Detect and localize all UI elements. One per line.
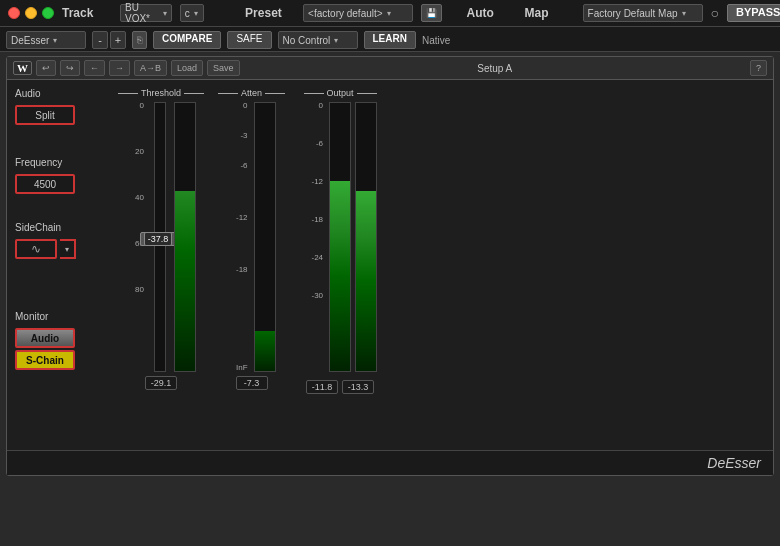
output-group: Output 0 -6 -12 -18 -24 -30	[303, 88, 377, 442]
plus-button[interactable]: +	[110, 31, 126, 49]
monitor-schain-button[interactable]: S-Chain	[15, 350, 75, 370]
forward-button[interactable]: →	[109, 60, 130, 76]
threshold-value-label: -37.8	[144, 232, 173, 246]
atten-scale-inf: InF	[230, 364, 248, 372]
undo-button[interactable]: ↩	[36, 60, 56, 76]
channel-value: c	[185, 8, 190, 19]
output-meter-left	[329, 102, 351, 372]
scale-0: 0	[128, 102, 144, 110]
no-control-dropdown[interactable]: No Control ▾	[278, 31, 358, 49]
map-label: Map	[525, 6, 575, 20]
atten-label: Atten	[218, 88, 285, 98]
atten-scale-0: 0	[230, 102, 248, 110]
factory-map-arrow-icon: ▾	[682, 9, 686, 18]
top-controls-row: DeEsser ▾ - + ⎘ COMPARE SAFE No Control …	[6, 31, 774, 49]
maximize-button[interactable]	[42, 7, 54, 19]
save-button[interactable]: Save	[207, 60, 240, 76]
plugin-name-arrow-icon: ▾	[53, 36, 57, 45]
track-label: Track	[62, 6, 112, 20]
minimize-button[interactable]	[25, 7, 37, 19]
top-row1: Track BU VOX* ▾ c ▾ Preset <factory defa…	[62, 4, 780, 22]
sidechain-section: SideChain ∿ ▾	[15, 222, 110, 259]
frequency-label: Frequency	[15, 157, 62, 168]
copy-icon-btn[interactable]: ⎘	[132, 31, 147, 49]
plugin-name-dropdown[interactable]: DeEsser ▾	[6, 31, 86, 49]
native-label: Native	[422, 35, 450, 46]
save-icon: 💾	[426, 8, 437, 18]
sidechain-curve-button[interactable]: ∿	[15, 239, 57, 259]
scale-20: 20	[128, 148, 144, 156]
close-button[interactable]	[8, 7, 20, 19]
plugin-window: W ↩ ↪ ← → A→B Load Save Setup A ? Audio …	[6, 56, 774, 476]
monitor-audio-button[interactable]: Audio	[15, 328, 75, 348]
compare-button[interactable]: COMPARE	[153, 31, 221, 49]
output-label: Output	[304, 88, 377, 98]
threshold-slider[interactable]: -37.8	[140, 232, 176, 246]
footer-plugin-name: DeEsser	[707, 455, 761, 471]
atten-scale-6: -6	[230, 162, 248, 170]
threshold-readout: -29.1	[145, 376, 177, 390]
safe-button[interactable]: SAFE	[227, 31, 271, 49]
atten-scale: 0 -3 -6 -12 -18 InF	[228, 102, 250, 372]
sidechain-arrow-button[interactable]: ▾	[60, 239, 76, 259]
ab-button[interactable]: A→B	[134, 60, 167, 76]
no-control-value: No Control	[283, 35, 331, 46]
atten-meter	[254, 102, 276, 372]
window-controls	[8, 7, 54, 19]
track-value: BU VOX*	[125, 2, 159, 24]
monitor-buttons: Audio S-Chain	[15, 328, 75, 370]
output-scale-0: 0	[305, 102, 323, 110]
output-readout-right: -13.3	[342, 380, 374, 394]
auto-circle-icon: ○	[711, 5, 719, 21]
minus-button[interactable]: -	[92, 31, 108, 49]
atten-scale-3: -3	[230, 132, 248, 140]
output-scale-12: -12	[305, 178, 323, 186]
output-scale-24: -24	[305, 254, 323, 262]
output-meter-right	[355, 102, 377, 372]
load-button[interactable]: Load	[171, 60, 203, 76]
frequency-value[interactable]: 4500	[15, 174, 75, 194]
atten-readout: -7.3	[236, 376, 268, 390]
threshold-label: Threshold	[118, 88, 204, 98]
threshold-slider-wrapper: -37.8	[150, 102, 170, 372]
split-button[interactable]: Split	[15, 105, 75, 125]
scale-80: 80	[128, 286, 144, 294]
no-control-arrow-icon: ▾	[334, 36, 338, 45]
help-button[interactable]: ?	[750, 60, 767, 76]
output-scale-30: -30	[305, 292, 323, 300]
waves-logo: W	[13, 61, 32, 75]
redo-button[interactable]: ↪	[60, 60, 80, 76]
threshold-container: 0 20 40 60 80 -37.8	[126, 102, 196, 372]
threshold-group: Threshold 0 20 40 60 80	[118, 88, 204, 442]
frequency-section: Frequency 4500	[15, 157, 110, 194]
track-dropdown[interactable]: BU VOX* ▾	[120, 4, 172, 22]
plugin-footer: DeEsser	[7, 450, 773, 475]
factory-map-value: Factory Default Map	[588, 8, 678, 19]
bypass-button[interactable]: BYPASS	[727, 4, 780, 22]
plugin-body: Audio Split Frequency 4500 SideChain ∿ ▾…	[7, 80, 773, 450]
copy-icon: ⎘	[137, 35, 142, 45]
atten-scale-12: -12	[230, 214, 248, 222]
save-icon-btn[interactable]: 💾	[421, 4, 442, 22]
factory-map-dropdown[interactable]: Factory Default Map ▾	[583, 4, 703, 22]
output-scale: 0 -6 -12 -18 -24 -30	[303, 102, 325, 372]
scale-40: 40	[128, 194, 144, 202]
auto-label: Auto	[467, 6, 517, 20]
channel-dropdown[interactable]: c ▾	[180, 4, 204, 22]
threshold-meter	[174, 102, 196, 372]
sidechain-controls: ∿ ▾	[15, 239, 76, 259]
left-panel: Audio Split Frequency 4500 SideChain ∿ ▾…	[15, 88, 110, 442]
preset-value: <factory default>	[308, 8, 383, 19]
plugin-name-value: DeEsser	[11, 35, 49, 46]
sidechain-label: SideChain	[15, 222, 61, 233]
learn-button[interactable]: LEARN	[364, 31, 416, 49]
plugin-toolbar: W ↩ ↪ ← → A→B Load Save Setup A ?	[7, 57, 773, 80]
title-bar: Track BU VOX* ▾ c ▾ Preset <factory defa…	[0, 0, 780, 27]
back-button[interactable]: ←	[84, 60, 105, 76]
monitor-label: Monitor	[15, 311, 48, 322]
output-container: 0 -6 -12 -18 -24 -30	[303, 102, 377, 372]
preset-dropdown[interactable]: <factory default> ▾	[303, 4, 413, 22]
audio-section: Audio Split	[15, 88, 110, 125]
preset-label: Preset	[245, 6, 295, 20]
atten-container: 0 -3 -6 -12 -18 InF	[228, 102, 276, 372]
